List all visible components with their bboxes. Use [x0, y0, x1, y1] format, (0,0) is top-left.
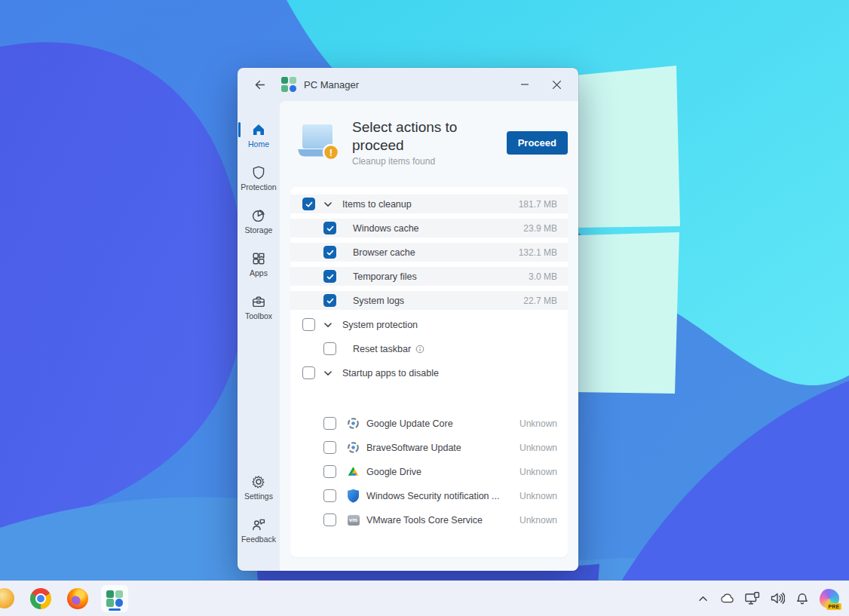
close-button[interactable] — [541, 72, 572, 97]
cleanup-group-row[interactable]: Items to cleanup 181.7 MB — [290, 195, 568, 213]
pc-manager-window: PC Manager Home Protection — [238, 68, 578, 571]
chevron-down-icon[interactable] — [323, 199, 333, 210]
speaker-icon[interactable] — [770, 592, 785, 605]
row-label: BraveSoftware Update — [366, 443, 461, 453]
cleanup-item-row[interactable]: Windows cache 23.9 MB — [290, 219, 568, 238]
app-checkbox[interactable] — [323, 417, 336, 430]
back-arrow-icon — [253, 78, 266, 91]
cleanup-group-checkbox[interactable] — [302, 198, 315, 210]
startup-group-checkbox[interactable] — [302, 366, 315, 379]
row-label: System protection — [342, 320, 418, 330]
app-checkbox[interactable] — [323, 489, 336, 502]
display-icon[interactable] — [745, 592, 760, 605]
sidebar-item-apps[interactable]: Apps — [238, 245, 280, 283]
row-label: Startup apps to disable — [342, 368, 439, 378]
startup-app-row[interactable]: vm VMware Tools Core Service Unknown — [290, 510, 568, 529]
taskbar-pc-manager-icon[interactable] — [101, 585, 128, 612]
row-label: Reset taskbar — [353, 344, 411, 354]
app-checkbox[interactable] — [323, 513, 336, 526]
sidebar-item-storage[interactable]: Storage — [238, 202, 280, 240]
taskbar-firefox-icon[interactable] — [64, 585, 91, 612]
gear-icon — [251, 474, 266, 489]
taskbar-chrome-icon[interactable] — [27, 585, 54, 612]
main-panel: ! Select actions to proceed Cleanup item… — [280, 101, 578, 571]
window-body: Home Protection Storage Apps Toolbox — [238, 101, 578, 571]
item-checkbox[interactable] — [323, 222, 336, 234]
row-label: System logs — [353, 296, 404, 306]
toolbox-icon — [251, 294, 266, 309]
apps-icon — [251, 251, 266, 266]
page-title: Select actions to proceed — [352, 118, 473, 155]
google-drive-icon — [347, 465, 360, 478]
row-label: Windows Security notification ... — [366, 491, 499, 501]
row-status: Unknown — [520, 491, 568, 501]
close-icon — [552, 80, 562, 90]
sidebar-item-label: Storage — [245, 225, 273, 234]
sidebar-item-label: Feedback — [241, 535, 276, 544]
startup-app-row[interactable]: Windows Security notification ... Unknow… — [290, 486, 568, 505]
window-title: PC Manager — [304, 79, 509, 90]
copilot-icon[interactable]: PRE — [820, 589, 839, 608]
sidebar-item-protection[interactable]: Protection — [238, 159, 280, 197]
back-button[interactable] — [248, 74, 271, 95]
cleanup-item-row[interactable]: Temporary files 3.0 MB — [290, 267, 568, 286]
row-size: 132.1 MB — [519, 247, 568, 258]
row-status: Unknown — [520, 418, 568, 429]
sidebar-item-label: Apps — [250, 268, 268, 277]
cleanup-item-row[interactable]: System logs 22.7 MB — [290, 291, 568, 310]
item-checkbox[interactable] — [323, 246, 336, 259]
row-label: Google Update Core — [366, 418, 453, 429]
row-status: Unknown — [520, 515, 568, 526]
sidebar-item-label: Protection — [241, 182, 276, 192]
chevron-down-icon[interactable] — [323, 368, 333, 378]
shield-icon — [251, 165, 266, 180]
chevron-down-icon[interactable] — [323, 320, 333, 330]
row-label: Windows cache — [353, 223, 419, 234]
taskbar: PRE — [0, 581, 849, 616]
desktop: PC Manager Home Protection — [0, 0, 849, 616]
laptop-warning-icon: ! — [293, 121, 342, 164]
proceed-button[interactable]: Proceed — [507, 131, 568, 155]
startup-app-row[interactable]: Google Update Core Unknown — [290, 414, 568, 433]
app-checkbox[interactable] — [323, 441, 336, 454]
sidebar-item-toolbox[interactable]: Toolbox — [238, 288, 280, 326]
sidebar: Home Protection Storage Apps Toolbox — [238, 101, 280, 571]
cleanup-item-row[interactable]: Browser cache 132.1 MB — [290, 243, 568, 262]
reset-taskbar-row[interactable]: Reset taskbar — [290, 339, 568, 358]
row-size: 181.7 MB — [519, 199, 568, 210]
item-checkbox[interactable] — [323, 294, 336, 307]
row-size: 22.7 MB — [523, 296, 568, 306]
header-text: Select actions to proceed Cleanup items … — [352, 118, 507, 167]
chevron-up-icon[interactable] — [695, 592, 710, 605]
startup-app-row[interactable]: Google Drive Unknown — [290, 462, 568, 481]
startup-group-row[interactable]: Startup apps to disable — [290, 363, 568, 382]
row-label: VMware Tools Core Service — [366, 515, 483, 526]
header: ! Select actions to proceed Cleanup item… — [280, 101, 578, 187]
spacer — [290, 388, 568, 414]
windows-security-icon — [347, 489, 360, 502]
minimize-button[interactable] — [509, 72, 541, 97]
sidebar-item-home[interactable]: Home — [238, 116, 280, 154]
system-tray: PRE — [695, 589, 839, 608]
titlebar: PC Manager — [238, 68, 578, 101]
bell-icon[interactable] — [795, 592, 810, 605]
system-protection-group-row[interactable]: System protection — [290, 315, 568, 334]
sidebar-item-settings[interactable]: Settings — [238, 468, 280, 506]
row-label: Google Drive — [366, 467, 421, 477]
copilot-pre-badge: PRE — [826, 603, 841, 610]
row-size: 23.9 MB — [523, 223, 568, 234]
info-icon[interactable] — [415, 345, 424, 354]
app-checkbox[interactable] — [323, 465, 336, 478]
row-status: Unknown — [520, 443, 568, 453]
system-protection-checkbox[interactable] — [302, 318, 315, 331]
startup-app-row[interactable]: BraveSoftware Update Unknown — [290, 438, 568, 457]
item-checkbox[interactable] — [323, 270, 336, 283]
cloud-icon[interactable] — [720, 592, 735, 605]
reset-taskbar-checkbox[interactable] — [323, 342, 336, 355]
taskbar-edge-partial-icon[interactable] — [0, 585, 17, 612]
sidebar-item-feedback[interactable]: Feedback — [238, 511, 280, 549]
sidebar-item-label: Toolbox — [245, 311, 272, 320]
brave-update-icon — [347, 441, 360, 454]
taskbar-pinned-apps — [0, 585, 128, 612]
row-label: Browser cache — [353, 247, 415, 258]
